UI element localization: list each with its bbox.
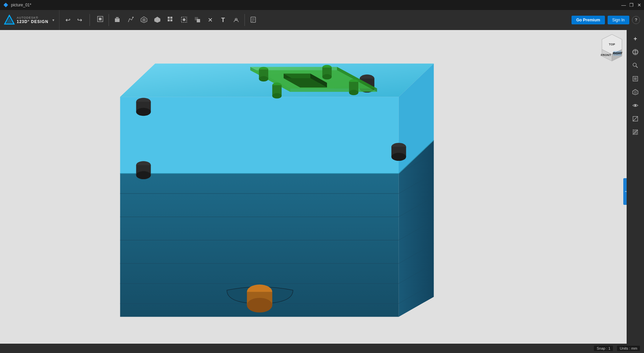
view-cube-svg[interactable]: TOP FRONT RIGHT RIGHT xyxy=(599,33,625,63)
hide-edges-btn[interactable] xyxy=(629,126,641,138)
separator-3 xyxy=(245,14,245,26)
viewport[interactable]: TOP FRONT RIGHT RIGHT + xyxy=(0,30,644,353)
modify-btn[interactable] xyxy=(151,12,164,28)
close-btn[interactable]: ✕ xyxy=(635,2,641,8)
signin-button[interactable]: Sign In xyxy=(608,16,629,24)
group-btn[interactable] xyxy=(178,12,190,28)
transform-tool-btn[interactable] xyxy=(94,12,107,28)
svg-marker-79 xyxy=(634,90,637,94)
pattern-btn[interactable] xyxy=(164,12,177,28)
svg-rect-19 xyxy=(251,17,256,22)
magnify-icon xyxy=(632,62,639,69)
orbit-btn[interactable] xyxy=(629,46,641,58)
svg-point-15 xyxy=(183,18,185,21)
window-title: picture_01* xyxy=(11,3,31,7)
svg-rect-77 xyxy=(634,77,637,80)
svg-point-74 xyxy=(633,63,636,66)
svg-point-56 xyxy=(322,74,332,79)
sketch-icon xyxy=(127,16,134,24)
combine-btn[interactable] xyxy=(191,12,204,28)
app-icon: 🔷 xyxy=(3,3,8,7)
scripts-icon xyxy=(250,16,257,24)
hide-surfaces-btn[interactable] xyxy=(629,113,641,125)
window-controls[interactable]: — ❐ ✕ xyxy=(619,2,641,8)
right-toolbar-group: Go Premium Sign In ? xyxy=(568,16,644,24)
svg-rect-13 xyxy=(170,19,172,21)
sketch-btn[interactable] xyxy=(124,12,137,28)
logo-area: AUTODESK® 123D° DESIGN ▼ xyxy=(0,10,59,30)
hide-surfaces-icon xyxy=(632,115,639,122)
product-name-label: 123D° DESIGN xyxy=(17,19,48,24)
perspective-icon xyxy=(632,89,639,95)
fit-icon xyxy=(632,75,639,82)
svg-rect-12 xyxy=(168,19,170,21)
combine-icon xyxy=(194,16,201,24)
title-left: 🔷 picture_01* xyxy=(3,3,31,7)
zoom-in-btn[interactable]: + xyxy=(629,33,641,45)
separator-2 xyxy=(109,14,109,26)
side-panel-toggle[interactable]: › xyxy=(623,178,627,205)
svg-rect-17 xyxy=(197,19,200,22)
svg-point-6 xyxy=(132,17,134,18)
svg-point-46 xyxy=(391,153,406,161)
zoom-fit-btn[interactable] xyxy=(629,59,641,71)
svg-point-44 xyxy=(136,171,151,179)
svg-point-40 xyxy=(136,108,151,116)
view-cube[interactable]: TOP FRONT RIGHT RIGHT xyxy=(599,33,625,59)
perspective-btn[interactable] xyxy=(629,86,641,98)
svg-text:FRONT: FRONT xyxy=(601,53,611,57)
undo-redo-group: ↩ ↪ xyxy=(59,10,88,30)
toolbar: AUTODESK® 123D° DESIGN ▼ ↩ ↪ xyxy=(0,10,644,30)
undo-button[interactable]: ↩ xyxy=(63,15,72,25)
status-bar: Snap : 1 Units : mm xyxy=(0,344,644,353)
snap-indicator: Snap : 1 xyxy=(594,346,613,351)
construct-btn[interactable] xyxy=(138,12,150,28)
svg-point-54 xyxy=(259,76,268,81)
svg-text:TOP: TOP xyxy=(609,43,615,46)
fit-all-btn[interactable] xyxy=(629,73,641,85)
units-indicator: Units : mm xyxy=(617,346,640,351)
svg-text:RIGHT: RIGHT xyxy=(613,52,622,55)
right-panel: + xyxy=(627,30,644,353)
svg-point-80 xyxy=(634,104,636,106)
logo-dropdown-icon[interactable]: ▼ xyxy=(52,18,55,22)
main-tools: ✕ T xyxy=(91,12,568,28)
lid-front-face xyxy=(120,97,399,173)
primitive-icon xyxy=(114,16,121,24)
svg-line-82 xyxy=(633,116,638,121)
svg-rect-10 xyxy=(168,17,170,19)
measure-btn[interactable] xyxy=(230,12,243,28)
scene-canvas xyxy=(0,30,627,353)
svg-point-58 xyxy=(272,93,282,98)
text-btn[interactable]: T xyxy=(217,12,229,28)
autodesk-label: AUTODESK® xyxy=(17,16,48,19)
redo-button[interactable]: ↪ xyxy=(75,15,84,25)
delete-btn[interactable]: ✕ xyxy=(204,12,216,28)
primitive-btn[interactable] xyxy=(111,12,124,28)
help-button[interactable]: ? xyxy=(632,16,640,24)
maximize-btn[interactable]: ❐ xyxy=(627,2,633,8)
premium-button[interactable]: Go Premium xyxy=(572,16,605,24)
svg-point-62 xyxy=(247,298,272,313)
transform-icon xyxy=(97,15,104,24)
delete-icon: ✕ xyxy=(208,16,213,24)
eye-icon xyxy=(632,102,639,109)
scripts-btn[interactable] xyxy=(247,12,260,28)
svg-line-75 xyxy=(636,66,638,68)
svg-point-60 xyxy=(349,90,358,95)
visibility-btn[interactable] xyxy=(629,99,641,111)
scene-3d-svg xyxy=(0,30,627,353)
svg-marker-9 xyxy=(154,17,160,23)
title-bar: 🔷 picture_01* — ❐ ✕ xyxy=(0,0,644,10)
group-icon xyxy=(180,16,188,24)
minimize-btn[interactable]: — xyxy=(619,2,625,8)
svg-rect-3 xyxy=(99,18,102,20)
svg-rect-11 xyxy=(170,17,172,19)
pattern-icon xyxy=(167,16,174,24)
svg-marker-8 xyxy=(142,18,146,22)
separator-1 xyxy=(90,14,90,26)
logo-text: AUTODESK® 123D° DESIGN xyxy=(17,16,48,24)
text-icon: T xyxy=(221,17,225,24)
measure-icon xyxy=(232,16,240,24)
svg-point-18 xyxy=(235,18,237,20)
